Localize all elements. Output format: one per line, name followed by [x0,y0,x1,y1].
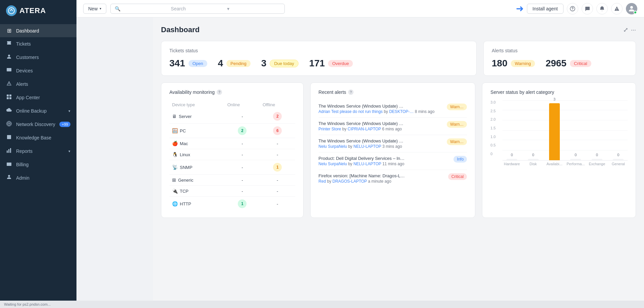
alert-item[interactable]: Product: Dell Digital Delivery Services … [319,152,467,170]
sidebar-label-customers: Customers [16,55,39,60]
sidebar-label-reports: Reports [16,148,33,154]
alert-item[interactable]: Firefox version: [Machine Name: Dragos-L… [319,170,467,187]
sidebar-item-customers[interactable]: Customers [0,51,76,64]
pending-badge: Pending [226,60,251,67]
online-cell: - [225,186,260,197]
pending-status: 4 Pending [218,58,251,69]
alert-subtitle-link[interactable]: Nelu SurpaNelu [319,162,347,166]
billing-icon [6,161,12,168]
bar-value-label: 0 [596,153,598,157]
bar-wrap: 0 [609,159,628,160]
alert-title: The Windows Service (Windows Update) … [319,121,404,126]
device-type-icon: 🐧 [172,152,178,157]
page-header: Dashboard ⤢ ··· [161,25,636,34]
bar-wrap: 0 [502,159,521,160]
alert-icon-button[interactable] [611,3,623,14]
tickets-status-card: Tickets status 341 Open 4 Pending 3 Due … [161,41,477,76]
bar-wrap: 0 [524,159,542,160]
alert-item[interactable]: The Windows Service (Windows Update) … P… [319,118,467,135]
sidebar: ATERA ⊞ Dashboard Tickets Customers Devi… [0,0,76,308]
tickets-icon [6,41,12,47]
table-row: 🖥Server - 2 [169,109,295,124]
alert-device-link[interactable]: DESKTOP-… [389,109,414,114]
bell-icon-button[interactable] [596,3,608,14]
sidebar-label-admin: Admin [16,175,30,181]
topbar: New ▾ 🔍 Search ▾ ➜ Install agent [76,0,644,17]
chat-icon-button[interactable] [582,3,593,14]
alert-device-link[interactable]: DRAGOS-LAPTOP [332,179,367,184]
bar-value-label: 0 [532,153,534,157]
alert-subtitle-link[interactable]: Red [319,179,326,184]
alert-content: The Windows Service (Windows Update) … P… [319,121,404,131]
bottom-row: Availability monitoring ? Device type On… [161,82,636,218]
sidebar-item-reports[interactable]: Reports ▾ [0,144,76,158]
device-type-icon: ⊞ [172,177,176,183]
availability-help-icon[interactable]: ? [217,89,222,95]
grid-line-4 [502,140,628,140]
alert-device-link[interactable]: CIPRIAN-LAPTOP [347,127,381,131]
recent-alerts-list: The Windows Service (Windows Update) … A… [319,100,467,187]
sidebar-item-admin[interactable]: Admin [0,171,76,185]
install-agent-button[interactable]: Install agent [527,4,564,14]
alert-meta: Nelu SurpaNelu by NELU-LAPTOP 11 mins ag… [319,162,405,166]
sidebar-item-network-discovery[interactable]: Network Discovery +99 [0,118,76,131]
sidebar-item-tickets[interactable]: Tickets [0,37,76,51]
alert-content: Firefox version: [Machine Name: Dragos-L… [319,173,405,184]
alert-device-link[interactable]: NELU-LAPTOP [354,162,381,166]
help-icon-button[interactable] [567,3,578,14]
user-avatar[interactable] [626,3,637,14]
table-row: 📡SNMP - 1 [169,160,295,175]
alert-subtitle-link[interactable]: Adrian Test please do not run things [319,109,383,114]
bar-value-label: 0 [575,153,577,157]
more-options-button[interactable]: ··· [631,26,636,34]
server-status-card: Server status by alert category 3.0 2.5 … [482,82,636,218]
table-row: 🔌TCP - - [169,186,295,197]
overdue-badge: Overdue [328,60,353,67]
logo-icon [6,5,17,16]
alerts-icon [6,81,12,87]
alert-subtitle-link[interactable]: Printer Store [319,127,341,131]
sidebar-item-billing[interactable]: Billing [0,158,76,171]
expand-button[interactable]: ⤢ [623,26,628,34]
sidebar-item-dashboard[interactable]: ⊞ Dashboard [0,24,76,37]
open-count: 341 [169,58,185,69]
alert-row: Product: Dell Digital Delivery Services … [319,156,467,166]
search-icon: 🔍 [115,6,168,11]
pending-count: 4 [218,58,223,69]
bar-wrap: 0 [588,159,606,160]
sidebar-item-app-center[interactable]: App Center [0,91,76,104]
table-row: 🌐HTTP 1 - [169,197,295,211]
alert-device-link[interactable]: NELU-LAPTOP [354,144,381,149]
search-bar[interactable]: 🔍 Search ▾ [110,4,285,14]
sidebar-label-devices: Devices [16,68,33,73]
critical-status: 2965 Critical [546,58,591,69]
sidebar-item-online-backup[interactable]: Online Backup ▾ [0,104,76,118]
header-actions: ⤢ ··· [623,26,636,34]
alert-meta: Red by DRAGOS-LAPTOP a minute ago [319,179,405,184]
sidebar-item-knowledge-base[interactable]: Knowledge Base [0,131,76,144]
new-button[interactable]: New ▾ [83,4,106,14]
svg-rect-4 [7,97,9,99]
bar-label: Exchange [588,162,606,166]
alert-item[interactable]: The Windows Service (Windows Update) … N… [319,135,467,152]
online-count: 1 [238,199,247,208]
search-dropdown-icon: ▾ [227,6,280,11]
recent-alerts-help-icon[interactable]: ? [348,89,354,95]
network-discovery-badge: +99 [59,122,70,127]
reports-icon [6,148,12,155]
sidebar-item-devices[interactable]: Devices [0,64,76,77]
device-name: 🌐HTTP [169,197,225,211]
online-cell: 1 [225,197,260,211]
sidebar-item-alerts[interactable]: Alerts [0,77,76,91]
alert-subtitle-link[interactable]: Nelu SurpaNelu [319,144,347,149]
bar-Hardware [506,159,517,160]
svg-rect-12 [7,163,11,166]
warning-badge: Warning [511,60,535,67]
tickets-status-row: 341 Open 4 Pending 3 Due today 171 Overd… [169,58,468,69]
availability-card: Availability monitoring ? Device type On… [161,82,304,218]
warning-count: 180 [492,58,507,69]
alert-item[interactable]: The Windows Service (Windows Update) … A… [319,100,467,118]
offline-cell: - [260,186,295,197]
main-content: Dashboard ⤢ ··· Tickets status 341 Open … [153,17,644,308]
offline-count: 2 [273,112,282,121]
